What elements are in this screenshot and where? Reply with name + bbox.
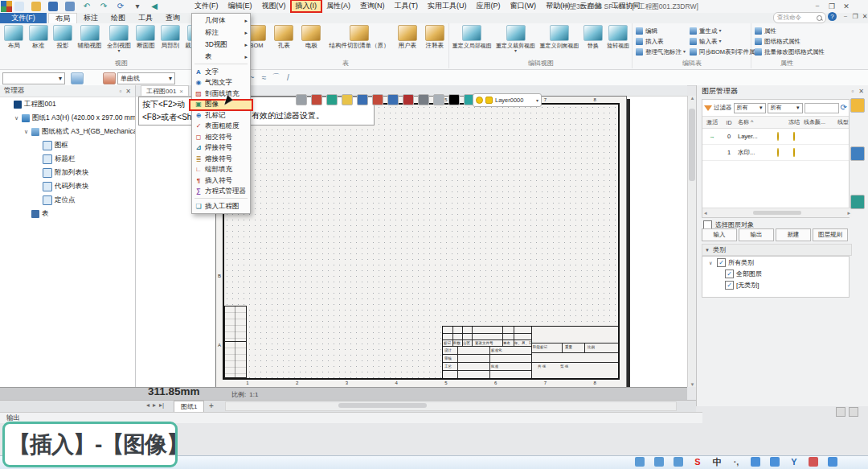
ribbon-button[interactable]: 重定义裁剪视图 ▾ — [496, 24, 535, 53]
layer-action-button[interactable]: 新建 — [776, 228, 811, 241]
tree-item[interactable]: ∨ 图纸格式 A3_H(GB_Mechanical_chs) — [0, 125, 135, 138]
pencil-icon[interactable] — [311, 94, 322, 105]
help-icon[interactable]: ? — [828, 12, 837, 21]
ribbon-button[interactable]: 重定义剖面视图 — [539, 24, 579, 49]
bulb-icon[interactable] — [777, 148, 779, 157]
category-checkbox[interactable]: ✓ — [725, 269, 734, 278]
ribbon-list-button[interactable]: 属性 — [755, 26, 825, 36]
ribbon-tab[interactable]: 标注 — [77, 13, 104, 23]
tree-item[interactable]: 表 — [0, 207, 135, 220]
horizontal-scrollbar[interactable] — [225, 401, 677, 411]
insert-menu-item[interactable]: ¶ 插入符号 — [192, 175, 250, 187]
close-tab-icon[interactable]: × — [179, 88, 183, 95]
regen-icon[interactable]: ⟳ — [116, 2, 125, 11]
car-icon[interactable] — [809, 457, 818, 467]
open-icon[interactable] — [31, 2, 41, 11]
ribbon-button[interactable]: 用户表 — [398, 24, 417, 49]
save-all-icon[interactable] — [65, 2, 75, 11]
ribbon-list-button[interactable]: 图纸格式属性 — [755, 36, 825, 47]
insert-menu-submenu[interactable]: 几何体 ▸ — [192, 14, 250, 27]
ribbon-button[interactable]: 投影 — [53, 24, 72, 49]
ribbon-button[interactable]: 重定义局部视图 — [452, 24, 492, 49]
refresh-icon[interactable]: ⟳ — [841, 104, 847, 112]
text-style-icon[interactable] — [103, 72, 116, 84]
line-icon[interactable]: / — [283, 73, 293, 82]
brush-icon[interactable] — [326, 94, 338, 105]
insert-menu-item[interactable]: ∑ 方程式管理器 — [192, 187, 250, 198]
insert-menu-item[interactable]: ❏ 插入工程图 — [192, 201, 250, 212]
menu-item[interactable]: 文件(F) — [190, 0, 223, 12]
sogou-icon[interactable]: S — [693, 457, 702, 467]
assembly-tab-icon[interactable] — [850, 146, 865, 161]
tree-item[interactable]: 代码列表块 — [0, 179, 135, 193]
snap-grid-icon[interactable] — [342, 94, 353, 105]
menu-item[interactable]: 编辑(E) — [223, 0, 257, 12]
category-item[interactable]: ✓ 全部图层 — [702, 268, 849, 279]
ribbon-button[interactable]: 孔表 — [274, 24, 293, 49]
redo-icon[interactable]: ↷ — [99, 2, 108, 11]
sheet-nav-button[interactable]: ◂ — [146, 401, 149, 409]
layer-action-button[interactable]: 输出 — [739, 228, 774, 241]
insert-menu-item[interactable]: ▨ 剖面线填充 — [192, 88, 250, 100]
ribbon-button[interactable]: 替换 — [583, 24, 603, 49]
document-tab[interactable]: 工程图001 × — [141, 85, 189, 96]
ribbon-button[interactable]: 全剖视图 ▾ — [107, 24, 131, 53]
freeze-icon[interactable] — [793, 148, 795, 157]
hatch-icon[interactable] — [372, 94, 383, 105]
tree-expand-icon[interactable]: ∨ — [14, 115, 22, 121]
file-tab[interactable]: 文件(F) — [0, 13, 47, 23]
insert-menu-item[interactable]: ⊿ 焊接符号 — [192, 143, 250, 154]
ribbon-list-button[interactable]: 编辑 — [636, 26, 686, 36]
layer-table-hscrollbar[interactable]: ◂▸ — [702, 208, 852, 217]
dimension-icon[interactable] — [403, 94, 414, 105]
insert-menu-item[interactable]: ◻ 相交符号 — [192, 132, 250, 143]
grid-corner-icon[interactable] — [836, 407, 845, 417]
ring-icon[interactable] — [433, 94, 444, 105]
insert-menu-submenu[interactable]: 标注 ▸ — [192, 27, 250, 39]
sheet-nav-button[interactable]: ▸| — [159, 401, 164, 409]
insert-menu-submenu[interactable]: 表 ▸ — [192, 51, 250, 63]
menu-item[interactable]: 实用工具(U) — [423, 0, 472, 12]
ribbon-button[interactable]: 布局 — [4, 24, 23, 49]
layer-combo[interactable]: Layer0000 ▾ — [473, 93, 542, 107]
ime-chinese-icon[interactable]: 中 — [712, 457, 722, 467]
panel-header-icon[interactable]: ▫ — [851, 88, 854, 95]
filter-combo-2[interactable]: 所有▾ — [768, 103, 803, 113]
ribbon-button[interactable]: 旋转视图 — [607, 24, 629, 49]
insert-menu-item[interactable]: ▣ 图像 — [190, 100, 252, 111]
ribbon-button[interactable]: 断面图 — [136, 24, 155, 49]
sheet-nav-button[interactable]: ▸ — [153, 401, 156, 409]
arc-icon[interactable]: ⌒ — [271, 72, 281, 83]
curve-type-combo[interactable]: 单曲线▾ — [117, 72, 175, 84]
insert-menu-submenu[interactable]: 3D视图 ▸ — [192, 39, 250, 51]
grid-icon[interactable] — [828, 457, 837, 467]
insert-menu-item[interactable]: ∟ 端部填充 — [192, 165, 250, 176]
tree-item[interactable]: 图框 — [0, 138, 135, 152]
menu-item[interactable]: 应用(P) — [472, 0, 506, 12]
layer-row[interactable]: → 0 Layer... — [702, 129, 849, 145]
insert-menu-item[interactable]: ◉ 气泡文字 — [192, 78, 250, 89]
panel-header-icon[interactable]: ✕ — [858, 88, 864, 95]
speaker-icon[interactable]: ◀ — [149, 2, 159, 11]
mic-icon[interactable] — [751, 457, 760, 467]
wave-icon[interactable]: ≈ — [259, 73, 269, 82]
taskbar-app-3-icon[interactable] — [674, 457, 683, 467]
save-icon[interactable] — [48, 2, 58, 11]
style-combo[interactable]: ▾ — [2, 72, 65, 84]
menu-item[interactable]: 窗口(W) — [506, 0, 542, 12]
ribbon-list-button[interactable]: 整理气泡标注 ▾ — [636, 47, 686, 57]
filter-combo-1[interactable]: 所有▾ — [734, 103, 766, 113]
ribbon-button[interactable]: 局部剖 — [161, 24, 180, 49]
window-control-button[interactable]: ⎯ — [810, 2, 825, 10]
freeze-icon[interactable] — [793, 132, 795, 141]
circle-tool-icon[interactable] — [387, 94, 399, 105]
doc-window-control-button[interactable]: ⎯ — [841, 12, 850, 20]
bulb-icon[interactable] — [777, 132, 779, 141]
menu-item[interactable]: 工具(T) — [390, 0, 424, 12]
ribbon-button[interactable]: 标准 — [29, 24, 48, 49]
menu-item[interactable]: 属性(A) — [321, 0, 355, 12]
keyboard-icon[interactable] — [770, 457, 780, 467]
undo-icon[interactable]: ↶ — [82, 2, 92, 11]
category-item[interactable]: ∨ ✓ 所有类别 — [702, 257, 849, 268]
command-search-input[interactable]: 查找命令 — [773, 12, 826, 23]
